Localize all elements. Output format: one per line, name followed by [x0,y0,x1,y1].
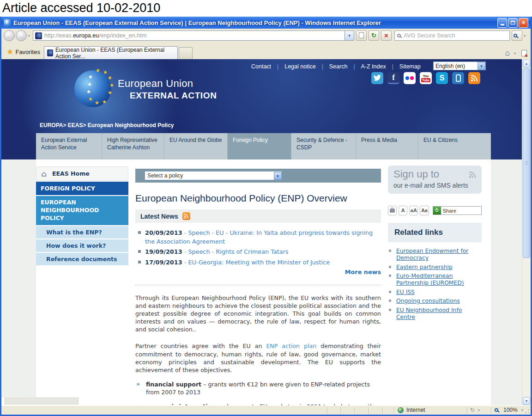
forward-button[interactable]: → [16,30,27,41]
mobile-icon[interactable] [452,72,464,84]
tab-eeas[interactable]: European External Action Service [36,133,102,159]
scroll-down-icon[interactable]: ▾ [523,397,530,405]
favorites-button[interactable]: ★ Favorites [3,46,44,57]
language-select[interactable]: English (en) ▾ [433,61,486,70]
close-button[interactable]: × [519,18,528,28]
skype-icon[interactable]: S [436,72,448,84]
related-links-list: European Endowment for Democracy Eastern… [389,248,482,321]
print-button[interactable] [388,206,397,215]
flickr-pink-dot [410,76,414,80]
utility-link-legal-notice[interactable]: Legal notice [278,63,321,70]
avg-search-box[interactable] [394,31,510,41]
title-bar[interactable]: European Union - EEAS (European External… [1,17,531,29]
tab-foreign-policy[interactable]: Foreign Policy [228,133,291,159]
latest-news-header: Latest News [135,209,381,223]
eeas-logo[interactable]: ★ ★ ★ ★ ★ ★ ★ ★ ★ ★ ★ European Union EXT… [74,70,217,107]
news-link[interactable]: Speech - Rights of Crimean Tatars [188,248,288,255]
search-go-button[interactable] [512,31,522,41]
sidebar-item-what-is-enp[interactable]: What is the ENP? [36,226,128,239]
facebook-icon[interactable]: f [387,72,399,84]
divider [394,407,395,414]
logo-line1: European Union [118,78,217,90]
url-text[interactable]: http://eeas.europa.eu/enp/index_en.htm [44,32,146,39]
bullet-square-icon [138,250,141,253]
browser-tab-active[interactable]: European Union - EEAS (European External… [44,46,178,59]
share-label: Share [441,208,456,214]
phone-glyph [456,74,461,82]
related-link[interactable]: Euro-Mediterranean Partnership (EUROMED) [396,273,464,286]
history-dropdown-icon[interactable]: ▾ [28,34,30,38]
protected-mode-control[interactable]: ↻ ▾ [470,407,483,413]
stop-button[interactable]: × [381,31,392,41]
tab-eu-citizens[interactable]: EU & Citizens [418,133,491,159]
protected-mode-icon: ↻ [470,407,475,413]
home-icon[interactable]: ⌂ [505,50,510,56]
font-increase-button[interactable]: aA [409,206,418,215]
rss-feed-icon[interactable] [182,212,190,220]
zoom-control[interactable]: 100% ▾ [495,407,526,413]
font-default-button[interactable]: A [399,206,407,215]
sidebar-item-how-does-it-work[interactable]: How does it work? [36,239,128,252]
sidebar-item-enp[interactable]: EUROPEAN NEIGHBOURHOOD POLICY [36,196,128,225]
bullet-square-icon [389,250,391,252]
resize-grip[interactable] [525,409,530,414]
sidebar-item-eeas-home[interactable]: ⌂ EEAS Home [36,166,128,181]
related-link[interactable]: EU Neighbourhood Info Centre [396,307,462,320]
news-link[interactable]: EU-Georgia: Meeting with the Minister of… [188,259,330,266]
refresh-button[interactable]: ↻ [369,31,379,41]
chevron-down-icon: ▾ [478,408,480,412]
restore-button[interactable] [508,18,518,28]
address-dropdown-button[interactable]: ▾ [345,31,354,41]
tab-security-defence[interactable]: Security & Defence - CSDP [291,133,356,159]
utility-link-sitemap[interactable]: Sitemap [393,63,427,70]
font-decrease-button[interactable]: Aa [420,206,429,215]
latest-news-label: Latest News [140,213,178,220]
home-icon: ⌂ [41,169,47,178]
share-widget[interactable]: ⥁ Share [433,206,482,215]
utility-link-search[interactable]: Search [323,63,354,70]
related-link[interactable]: European Endowment for Democracy [396,248,468,261]
compatibility-view-button[interactable] [356,31,367,41]
flickr-icon[interactable] [404,72,416,84]
divider [341,407,342,414]
utility-link-contact[interactable]: Contact [245,63,277,70]
home-dropdown-icon[interactable]: ▾ [514,51,516,55]
new-tab-stub[interactable] [179,47,193,59]
page-viewport: Contact| Legal notice| Search| A-Z Index… [1,59,531,405]
tab-eu-around-globe[interactable]: EU Around the Globe [164,133,228,159]
divider [491,407,492,414]
vertical-scrollbar[interactable]: ▴ ▾ [522,59,531,405]
divider [135,285,381,285]
utility-link-az-index[interactable]: A-Z Index [355,63,392,70]
search-input[interactable] [404,32,507,39]
rss-icon[interactable] [468,72,480,84]
youtube-icon[interactable]: You Tube [420,72,432,84]
enp-action-plan-link[interactable]: ENP action plan [266,343,316,349]
logo-text: European Union EXTERNAL ACTION [118,78,217,107]
breadcrumb[interactable]: EUROPA> EEAS> European Neighbourhood Pol… [40,122,174,128]
zoom-level: 100% [503,407,518,413]
sidebar-item-foreign-policy[interactable]: FOREIGN POLICY [36,182,128,195]
print-page-icon[interactable] [521,50,527,56]
related-link[interactable]: Ongoing consultations [396,298,460,304]
search-options-dropdown-icon[interactable]: ▾ [524,34,526,38]
twitter-icon[interactable] [371,72,383,84]
related-link[interactable]: EU ISS [396,289,415,295]
address-bar[interactable]: http://eeas.europa.eu/enp/index_en.htm [33,31,345,41]
more-news-link[interactable]: More news [135,269,381,275]
scrollbar-thumb[interactable] [523,68,530,258]
browser-window: European Union - EEAS (European External… [0,17,532,416]
scroll-up-icon[interactable]: ▴ [523,60,530,67]
sidebar-item-reference-documents[interactable]: Reference documents [36,253,128,265]
related-link[interactable]: Eastern partnership [396,264,453,270]
tab-press-media[interactable]: Press & Media [356,133,418,159]
status-bar: Internet ↻ ▾ 100% ▾ [1,405,531,415]
policy-select[interactable]: Select a policy ▾ [145,171,282,180]
tab-high-representative[interactable]: High Representative Catherine Ashton [102,133,164,159]
minimize-icon [501,24,504,25]
signup-box[interactable]: Sign up to our e-mail and SMS alerts [388,165,482,194]
minimize-button[interactable] [497,18,507,28]
printer-icon [390,209,395,213]
back-button[interactable]: ← [4,30,15,41]
address-toolbar: ← → ▾ http://eeas.europa.eu/enp/index_en… [1,29,531,43]
